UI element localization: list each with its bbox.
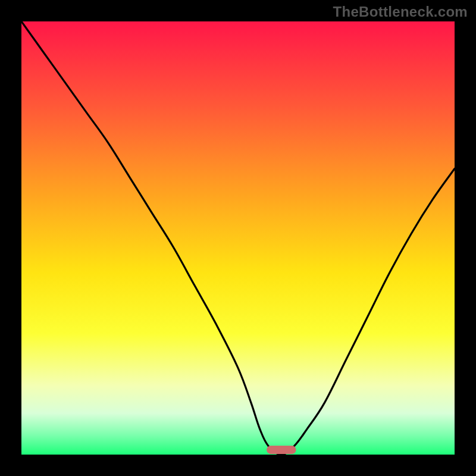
bottleneck-chart-svg [21,21,455,455]
watermark-text: TheBottleneck.com [333,4,468,20]
chart-frame: TheBottleneck.com [0,0,476,476]
gradient-background [21,21,455,455]
optimum-marker [267,446,296,454]
plot-area [21,21,455,455]
